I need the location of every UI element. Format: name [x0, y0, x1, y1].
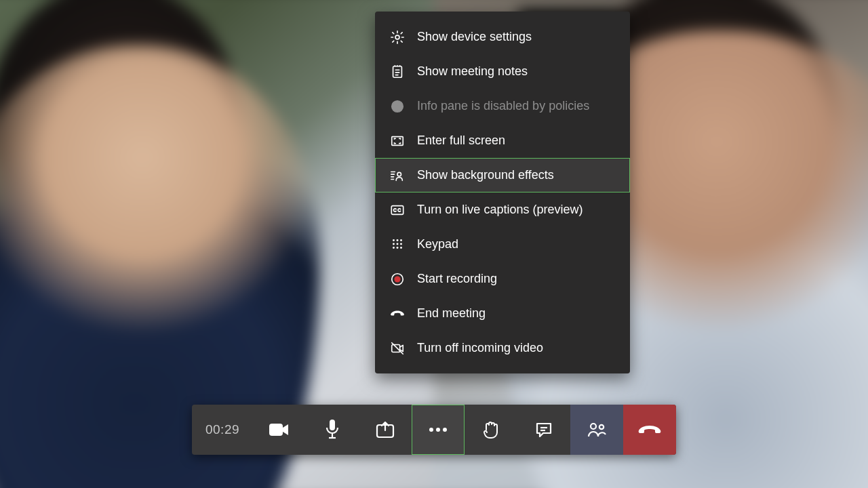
- svg-point-35: [443, 428, 447, 432]
- menu-item-recording[interactable]: Start recording: [375, 262, 630, 296]
- svg-rect-1: [393, 66, 402, 77]
- menu-item-label: Show device settings: [417, 30, 532, 44]
- menu-item-keypad[interactable]: Keypad: [375, 227, 630, 262]
- camera-button[interactable]: [253, 405, 306, 455]
- gear-icon: [390, 30, 405, 45]
- menu-item-end-meeting[interactable]: End meeting: [375, 296, 630, 331]
- svg-rect-26: [392, 344, 400, 352]
- chat-button[interactable]: [517, 405, 570, 455]
- menu-item-label: Keypad: [417, 237, 458, 251]
- svg-point-22: [397, 247, 399, 249]
- menu-item-fullscreen[interactable]: Enter full screen: [375, 123, 630, 158]
- call-timer-value: 00:29: [205, 422, 239, 437]
- svg-point-23: [400, 247, 402, 249]
- raise-hand-button[interactable]: [465, 405, 517, 455]
- microphone-button[interactable]: [306, 405, 359, 455]
- svg-point-25: [394, 276, 400, 282]
- svg-point-39: [599, 425, 604, 429]
- record-icon: [390, 272, 405, 287]
- svg-point-21: [393, 247, 395, 249]
- cc-icon: [390, 203, 405, 218]
- keypad-icon: [390, 237, 405, 252]
- menu-item-label: Start recording: [417, 272, 497, 286]
- svg-point-0: [395, 35, 399, 39]
- call-timer: 00:29: [192, 405, 253, 455]
- svg-point-34: [436, 428, 440, 432]
- fullscreen-icon: [390, 134, 405, 148]
- svg-point-9: [397, 172, 401, 176]
- svg-rect-28: [269, 424, 283, 436]
- menu-item-bg-effects[interactable]: Show background effects: [375, 158, 630, 192]
- svg-rect-29: [330, 420, 335, 430]
- svg-point-38: [591, 424, 596, 429]
- svg-rect-8: [392, 136, 403, 145]
- participants-button[interactable]: [570, 405, 623, 455]
- menu-item-label: Show background effects: [417, 168, 554, 182]
- meeting-toolbar: 00:29: [192, 405, 676, 455]
- menu-item-label: Info pane is disabled by policies: [417, 99, 589, 113]
- endcall-icon: [390, 306, 405, 321]
- svg-point-18: [393, 243, 395, 245]
- menu-item-label: Turn off incoming video: [417, 341, 543, 355]
- share-button[interactable]: [359, 405, 412, 455]
- svg-point-33: [429, 428, 433, 432]
- svg-point-15: [393, 239, 395, 241]
- svg-point-17: [400, 239, 402, 241]
- menu-item-label: Show meeting notes: [417, 64, 528, 79]
- info-icon: [390, 99, 405, 114]
- svg-point-16: [397, 239, 399, 241]
- more-actions-button[interactable]: [412, 405, 465, 455]
- menu-item-incoming-video[interactable]: Turn off incoming video: [375, 331, 630, 365]
- menu-item-info-pane: Info pane is disabled by policies: [375, 89, 630, 123]
- svg-point-19: [397, 243, 399, 245]
- bgfx-icon: [390, 168, 405, 183]
- notes-icon: [390, 64, 405, 79]
- svg-point-20: [400, 243, 402, 245]
- menu-item-meeting-notes[interactable]: Show meeting notes: [375, 54, 630, 89]
- menu-item-live-captions[interactable]: Turn on live captions (preview): [375, 192, 630, 227]
- hang-up-button[interactable]: [623, 405, 676, 455]
- more-actions-menu: Show device settingsShow meeting notesIn…: [375, 12, 630, 373]
- menu-item-label: End meeting: [417, 306, 486, 321]
- video-call-stage: Show device settingsShow meeting notesIn…: [0, 0, 868, 488]
- svg-point-7: [397, 102, 398, 104]
- novideo-icon: [390, 341, 405, 356]
- menu-item-device-settings[interactable]: Show device settings: [375, 20, 630, 54]
- menu-item-label: Turn on live captions (preview): [417, 203, 583, 217]
- menu-item-label: Enter full screen: [417, 134, 505, 148]
